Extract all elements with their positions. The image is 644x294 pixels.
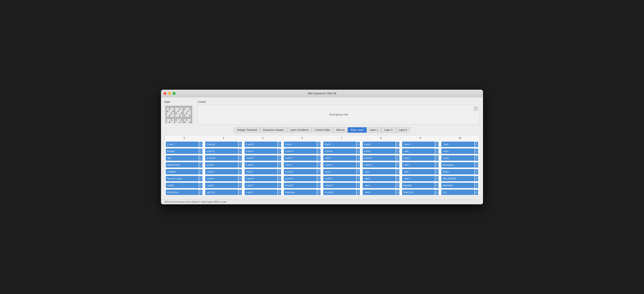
spin-down-r1-c4[interactable]: ▼ (357, 151, 360, 154)
spin-up-r1-c3[interactable]: ▲ (317, 149, 320, 151)
spin-down-r3-c6[interactable]: ▼ (435, 165, 438, 168)
key-value-r5-c6[interactable]: / and ? (402, 176, 435, 181)
spin-down-r6-c1[interactable]: ▼ (238, 186, 242, 188)
key-value-r3-c0[interactable]: RightControl (166, 162, 199, 168)
spin-up-r6-c1[interactable]: ▲ (238, 183, 242, 185)
spin-up-r7-c3[interactable]: ▲ (317, 190, 320, 192)
spin-up-r5-c5[interactable]: ▲ (396, 176, 400, 179)
key-value-r6-c6[interactable]: RightAlt (402, 183, 435, 188)
spin-down-r1-c3[interactable]: ▼ (317, 151, 320, 154)
spin-up-r3-c4[interactable]: ▲ (357, 162, 360, 165)
key-value-r0-c6[interactable]: = and + (402, 142, 435, 147)
key-value-r7-c3[interactable]: Spacebar (284, 190, 317, 195)
key-value-r2-c0[interactable]: Tab (166, 155, 199, 161)
spin-up-r2-c2[interactable]: ▲ (278, 156, 281, 158)
key-value-r1-c0[interactable]: Escape (166, 148, 199, 154)
spin-down-r3-c2[interactable]: ▼ (278, 165, 281, 168)
spin-down-r1-c0[interactable]: ▼ (199, 151, 202, 154)
spin-up-r0-c1[interactable]: ▲ (238, 142, 242, 144)
key-value-r3-c4[interactable]: u and U (323, 162, 356, 168)
spin-down-r0-c5[interactable]: ▼ (396, 145, 400, 147)
key-value-r4-c4[interactable]: j and J (323, 169, 356, 174)
tab-macros[interactable]: Macros (334, 127, 348, 133)
spin-up-r1-c6[interactable]: ▲ (435, 149, 438, 151)
spin-down-r5-c0[interactable]: ▼ (199, 179, 202, 181)
key-value-r6-c7[interactable]: RightShift (441, 183, 474, 188)
spin-down-r4-c5[interactable]: ▼ (396, 172, 400, 174)
spin-down-r1-c2[interactable]: ▼ (278, 151, 281, 154)
spin-up-r3-c3[interactable]: ▲ (317, 162, 320, 165)
spin-up-r6-c4[interactable]: ▲ (357, 183, 360, 185)
spin-up-r3-c6[interactable]: ▲ (435, 162, 438, 165)
spin-up-r7-c7[interactable]: ▲ (475, 190, 478, 192)
spin-down-r2-c6[interactable]: ▼ (435, 158, 438, 161)
spin-up-r4-c2[interactable]: ▲ (278, 169, 281, 172)
spin-down-r5-c4[interactable]: ▼ (357, 179, 360, 181)
spin-down-r6-c4[interactable]: ▼ (357, 186, 360, 188)
key-value-r1-c7[interactable]: \ and | (441, 148, 474, 154)
key-value-r6-c0[interactable]: LeftAlt (166, 183, 199, 188)
key-value-r1-c3[interactable]: 5 and % (284, 148, 317, 154)
spin-down-r1-c7[interactable]: ▼ (475, 151, 478, 154)
spin-up-r6-c6[interactable]: ▲ (435, 183, 438, 185)
tab-expansion[interactable]: Expansion Header (260, 127, 287, 133)
spin-down-r7-c3[interactable]: ▼ (317, 192, 320, 195)
key-value-r5-c5[interactable]: l and L (363, 176, 396, 181)
spin-up-r5-c0[interactable]: ▲ (199, 176, 202, 179)
key-value-r0-c1[interactable]: 2 and @ (205, 142, 238, 147)
key-value-r0-c3[interactable]: 6 and ^ (284, 142, 317, 147)
spin-down-r5-c2[interactable]: ▼ (278, 179, 281, 181)
key-value-r2-c5[interactable]: p and P (363, 155, 396, 161)
key-value-r6-c1[interactable]: z and Z (205, 183, 238, 188)
tab-layer3[interactable]: Layer 3 (396, 127, 410, 133)
key-value-r3-c7[interactable]: Backspace (441, 162, 474, 168)
spin-down-r6-c6[interactable]: ▼ (435, 186, 438, 188)
key-value-r5-c0[interactable]: Non-US \ and | (166, 176, 199, 181)
key-value-r0-c0[interactable]: 1 and ! (166, 142, 199, 147)
spin-down-r5-c3[interactable]: ▼ (317, 179, 320, 181)
spin-up-r2-c3[interactable]: ▲ (317, 156, 320, 158)
spin-up-r0-c4[interactable]: ▲ (357, 142, 360, 144)
spin-down-r7-c4[interactable]: ▼ (357, 192, 360, 195)
key-value-r2-c4[interactable]: i and I (323, 155, 356, 161)
spin-down-r6-c3[interactable]: ▼ (317, 186, 320, 188)
spin-up-r2-c6[interactable]: ▲ (435, 156, 438, 158)
key-value-r4-c7[interactable]: Return (441, 169, 474, 174)
spin-down-r6-c5[interactable]: ▼ (396, 186, 400, 188)
key-value-r7-c0[interactable]: LeftControl (166, 190, 199, 195)
spin-up-r0-c3[interactable]: ▲ (317, 142, 320, 144)
spin-up-r3-c2[interactable]: ▲ (278, 162, 281, 165)
spin-down-r3-c5[interactable]: ▼ (396, 165, 400, 168)
spin-down-r4-c6[interactable]: ▼ (435, 172, 438, 174)
key-value-r4-c5[interactable]: ; and : (363, 169, 396, 174)
spin-up-r2-c7[interactable]: ▲ (475, 156, 478, 158)
spin-down-r7-c5[interactable]: ▼ (396, 192, 400, 195)
spin-up-r4-c5[interactable]: ▲ (396, 169, 400, 172)
spin-down-r0-c4[interactable]: ▼ (357, 145, 360, 147)
spin-down-r6-c7[interactable]: ▼ (475, 186, 478, 188)
spin-down-r0-c7[interactable]: ▼ (475, 145, 478, 147)
spin-down-r7-c1[interactable]: ▼ (238, 192, 242, 195)
key-value-r5-c7[interactable]: (RELEASED) (441, 176, 474, 181)
key-value-r0-c2[interactable]: 4 and $ (244, 142, 278, 147)
spin-up-r6-c0[interactable]: ▲ (199, 183, 202, 185)
spin-up-r2-c4[interactable]: ▲ (357, 156, 360, 158)
spin-down-r7-c0[interactable]: ▼ (199, 192, 202, 195)
key-value-r1-c4[interactable]: 7 and & (323, 148, 356, 154)
spin-down-r1-c5[interactable]: ▼ (396, 151, 400, 154)
key-value-r0-c4[interactable]: 8 and * (323, 142, 356, 147)
spin-up-r1-c5[interactable]: ▲ (396, 149, 400, 151)
spin-up-r1-c7[interactable]: ▲ (475, 149, 478, 151)
spin-down-r2-c2[interactable]: ▼ (278, 158, 281, 161)
key-value-r3-c6[interactable]: \ and | (402, 162, 435, 168)
key-value-r2-c7[interactable]: ] and } (441, 155, 474, 161)
key-value-r5-c1[interactable]: x and X (205, 176, 238, 181)
spin-up-r4-c1[interactable]: ▲ (238, 169, 242, 172)
spin-up-r4-c4[interactable]: ▲ (357, 169, 360, 172)
spin-up-r5-c2[interactable]: ▲ (278, 176, 281, 179)
minimize-button[interactable] (168, 92, 171, 95)
key-value-r5-c3[interactable]: g and G (284, 176, 317, 181)
spin-down-r1-c6[interactable]: ▼ (435, 151, 438, 154)
spin-down-r4-c2[interactable]: ▼ (278, 172, 281, 174)
spin-up-r4-c7[interactable]: ▲ (475, 169, 478, 172)
